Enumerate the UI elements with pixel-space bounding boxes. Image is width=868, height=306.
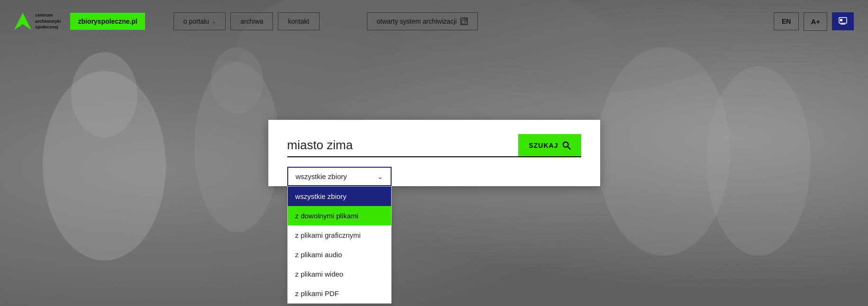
language-button[interactable]: EN	[774, 12, 799, 30]
search-button[interactable]: SZUKAJ	[518, 134, 581, 156]
right-controls: EN A+	[774, 12, 854, 31]
search-icon	[562, 141, 571, 150]
dropdown-option-pdf[interactable]: z plikami PDF	[288, 284, 391, 303]
search-input[interactable]	[287, 134, 519, 156]
chevron-down-icon: ⌄	[377, 173, 383, 180]
dropdown-option-wideo[interactable]: z plikami wideo	[288, 264, 391, 284]
svg-line-19	[567, 146, 570, 149]
contrast-button[interactable]	[832, 12, 854, 30]
cas-logo-text: centrum archiwistyki społecznej	[35, 12, 61, 30]
font-size-button[interactable]: A+	[804, 12, 827, 31]
dropdown-option-wszystkie-zbiory[interactable]: wszystkie zbiory	[288, 187, 391, 206]
svg-marker-12	[14, 13, 31, 30]
contrast-icon	[839, 17, 847, 26]
chevron-down-icon: ⌄	[212, 19, 216, 24]
dropdown-menu: wszystkie zbiory z dowolnymi plikami z p…	[287, 186, 392, 304]
dropdown-option-dowolnymi[interactable]: z dowolnymi plikami	[288, 206, 391, 225]
nav-kontakt[interactable]: kontakt	[278, 12, 319, 30]
open-system-button[interactable]: otwarty system archiwizacji	[367, 12, 478, 30]
navbar: centrum archiwistyki społecznej zbiorysp…	[0, 0, 868, 43]
cas-logo-icon	[14, 13, 31, 30]
dropdown-select[interactable]: wszystkie zbiory ⌄	[287, 167, 392, 186]
nav-archiwa[interactable]: archiwa	[230, 12, 273, 30]
nav-o-portalu[interactable]: o portalu ⌄	[174, 12, 226, 30]
dropdown-option-audio[interactable]: z plikami audio	[288, 245, 391, 264]
zbiorys-button[interactable]: zbioryspoleczne.pl	[70, 13, 145, 30]
dropdown-option-graficznymi[interactable]: z plikami graficznymi	[288, 225, 391, 245]
dropdown-container: wszystkie zbiory ⌄ wszystkie zbiory z do…	[287, 167, 581, 186]
logo-area: centrum archiwistyki społecznej	[14, 12, 61, 30]
nav-links: o portalu ⌄ archiwa kontakt	[174, 12, 320, 30]
search-panel: SZUKAJ wszystkie zbiory ⌄ wszystkie zbio…	[268, 120, 600, 186]
search-row: SZUKAJ	[287, 134, 581, 157]
external-link-icon	[460, 18, 468, 25]
